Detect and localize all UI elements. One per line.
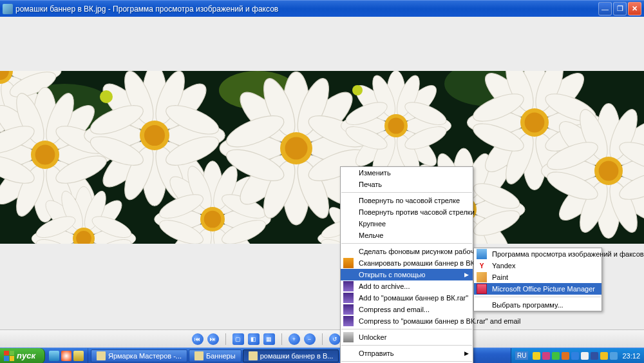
language-indicator[interactable]: RU: [515, 351, 528, 360]
paint-icon: [477, 272, 487, 282]
menu-item-label: Paint: [492, 273, 508, 281]
slideshow-button[interactable]: ▦: [263, 333, 275, 345]
actualsize-button[interactable]: ◧: [248, 333, 260, 345]
menu-item-label: Compress and email...: [359, 306, 430, 313]
lock-icon: [343, 332, 354, 342]
taskbar-button[interactable]: Ярмарка Мастеров -...: [91, 349, 187, 362]
menu-separator: [341, 329, 472, 329]
orange-icon: [343, 258, 354, 268]
context-menu-item[interactable]: Мельче: [341, 230, 473, 241]
taskbar-app-icon: [194, 351, 204, 360]
mspm-icon: [477, 284, 487, 294]
context-menu-item[interactable]: Изменить: [341, 167, 473, 179]
menu-item-label: Крупнее: [359, 220, 386, 228]
maximize-button[interactable]: ❐: [613, 2, 627, 15]
toolbar-divider: [322, 333, 323, 345]
menu-item-label: Программа просмотра изображений и факсов: [492, 250, 644, 258]
menu-item-label: Unlocker: [359, 333, 386, 341]
previous-button[interactable]: ⏮: [192, 333, 204, 345]
menu-item-label: Compress to "ромашки баннер в ВК.rar" an…: [359, 317, 520, 325]
context-menu-item[interactable]: Compress and email...: [341, 304, 473, 315]
tray-icon[interactable]: [591, 352, 598, 360]
menu-item-label: Выбрать программу...: [492, 301, 564, 309]
tray-icon[interactable]: [571, 352, 579, 360]
viewer-toolbar: ⏮ ⏭ ▢ ◧ ▦ + − ↺ ↻ ✕ ⎙ ❐ ✎ ?: [0, 329, 644, 348]
tray-icon[interactable]: [600, 352, 608, 360]
app-icon: [3, 4, 13, 14]
taskbar-button-label: ромашки баннер в В...: [260, 352, 334, 360]
taskbar-clock[interactable]: 23:12: [622, 352, 640, 360]
minimize-button[interactable]: —: [598, 2, 612, 15]
context-menu-item[interactable]: Повернуть против часовой стрелки: [341, 206, 473, 218]
context-menu-item[interactable]: Печать: [341, 179, 473, 190]
context-menu-item[interactable]: Сделать фоновым рисунком рабочего стола: [341, 246, 473, 257]
menu-separator: [341, 192, 472, 193]
taskbar-app-icon: [97, 351, 106, 360]
menu-separator: [341, 345, 472, 346]
openwith-menu-item[interactable]: Microsoft Office Picture Manager: [474, 283, 601, 295]
pv-icon: [477, 249, 487, 259]
context-menu-item[interactable]: Отправить▶: [341, 348, 473, 359]
context-menu-item[interactable]: Повернуть по часовой стрелке: [341, 195, 473, 206]
tray-icon[interactable]: [581, 352, 589, 360]
system-tray: RU 23:12: [511, 348, 644, 363]
tray-icon[interactable]: [542, 352, 550, 360]
submenu-arrow-icon: ▶: [464, 350, 469, 357]
openwith-menu-item[interactable]: Paint: [474, 271, 601, 283]
openwith-submenu[interactable]: Программа просмотра изображений и факсов…: [473, 248, 602, 311]
start-label: пуск: [17, 351, 35, 360]
menu-item-label: Изменить: [359, 169, 391, 177]
context-menu-item[interactable]: Compress to "ромашки баннер в ВК.rar" an…: [341, 315, 473, 327]
taskbar-button[interactable]: Баннеры: [189, 349, 242, 362]
show-desktop-icon[interactable]: [49, 351, 59, 361]
close-button[interactable]: ✕: [628, 2, 641, 15]
tray-icon[interactable]: [533, 352, 540, 360]
menu-item-label: Сканировать ромашки баннер в ВК.jpg: [359, 259, 486, 267]
winrar-icon: [343, 293, 354, 303]
next-button[interactable]: ⏭: [207, 333, 219, 345]
quick-launch: [45, 348, 88, 363]
context-menu-item[interactable]: Открыть с помощью▶: [341, 269, 473, 280]
start-button[interactable]: пуск: [0, 348, 45, 364]
winrar-icon: [343, 281, 354, 291]
rotate-ccw-button[interactable]: ↺: [329, 333, 341, 345]
tray-icon[interactable]: [610, 352, 618, 360]
context-menu-item[interactable]: Unlocker: [341, 331, 473, 343]
menu-item-label: Microsoft Office Picture Manager: [492, 285, 595, 293]
menu-item-label: Повернуть против часовой стрелки: [359, 208, 475, 216]
menu-item-label: Печать: [359, 181, 382, 188]
tray-icon[interactable]: [552, 352, 560, 360]
taskbar-button[interactable]: ромашки баннер в В...: [243, 349, 339, 362]
window-controls: — ❐ ✕: [598, 2, 641, 15]
menu-item-label: Add to archive...: [359, 282, 410, 290]
context-menu-item[interactable]: Add to archive...: [341, 280, 473, 292]
menu-separator: [341, 243, 472, 244]
bestfit-button[interactable]: ▢: [232, 333, 244, 345]
context-menu[interactable]: ИзменитьПечатьПовернуть по часовой стрел…: [340, 166, 473, 363]
menu-item-label: Yandex: [492, 262, 516, 270]
window-titlebar: ромашки баннер в ВК.jpg - Программа прос…: [0, 0, 644, 17]
taskbar-button-label: Ярмарка Мастеров -...: [108, 352, 182, 360]
menu-item-label: Открыть с помощью: [359, 271, 426, 279]
openwith-menu-item[interactable]: YYandex: [474, 260, 601, 271]
openwith-menu-item[interactable]: Программа просмотра изображений и факсов: [474, 248, 601, 260]
zoomin-button[interactable]: +: [289, 333, 300, 345]
tray-icon[interactable]: [562, 352, 569, 360]
zoomout-button[interactable]: −: [304, 333, 316, 345]
y-icon: Y: [477, 260, 487, 271]
quick-launch-icon[interactable]: [73, 351, 84, 361]
context-menu-item[interactable]: Add to "ромашки баннер в ВК.rar": [341, 292, 473, 304]
menu-item-label: Повернуть по часовой стрелке: [359, 197, 460, 204]
menu-item-label: Отправить: [359, 349, 394, 357]
context-menu-item[interactable]: Сканировать ромашки баннер в ВК.jpg: [341, 257, 473, 269]
openwith-menu-item[interactable]: Выбрать программу...: [474, 299, 601, 311]
submenu-arrow-icon: ▶: [464, 271, 469, 278]
taskbar-app-icon: [249, 351, 258, 360]
yandex-icon[interactable]: [61, 351, 71, 361]
taskbar: пуск Ярмарка Мастеров -...Баннерыромашки…: [0, 348, 644, 363]
context-menu-item[interactable]: Крупнее: [341, 218, 473, 230]
taskbar-button-label: Баннеры: [206, 352, 236, 360]
image-content: [0, 71, 644, 244]
menu-separator: [475, 297, 601, 297]
windows-logo-icon: [4, 351, 14, 361]
